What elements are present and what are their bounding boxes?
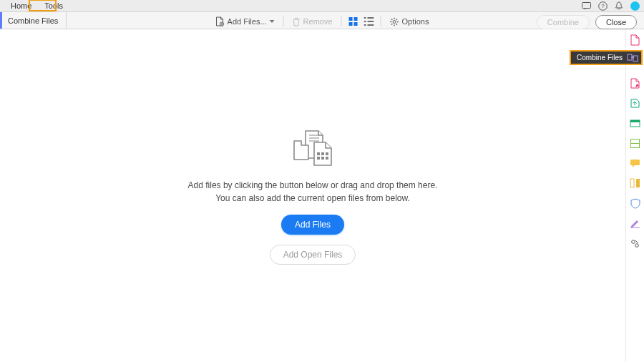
rail-organize-icon[interactable] [629,117,642,129]
tab-home[interactable]: Home [4,0,38,11]
bell-icon[interactable] [615,1,623,11]
svg-rect-12 [364,24,366,26]
help-icon[interactable]: ? [598,1,608,11]
empty-state-hint: Add files by clicking the button below o… [188,180,438,205]
title-bar-right: ? [582,1,640,11]
grid-icon [348,16,358,26]
add-files-icon [215,16,225,26]
right-tool-rail [625,29,644,362]
rail-edit-pdf-icon[interactable] [629,77,642,89]
svg-rect-6 [349,22,353,26]
doc-tab-label: Combine Files [8,16,58,25]
svg-rect-15 [317,152,320,155]
command-bar: Add Files... Remove Options [213,15,432,28]
title-bar: Home Tools ? [0,0,644,12]
title-bar-left: Home Tools [4,0,69,11]
documents-illustration-icon [284,127,341,170]
doc-tab-combine-files[interactable]: Combine Files [0,12,67,29]
svg-rect-19 [321,157,324,160]
svg-rect-7 [354,22,358,26]
rail-scan-ocr-icon[interactable] [629,137,642,150]
svg-rect-8 [364,17,366,19]
rail-compare-icon[interactable] [629,177,642,190]
main-drop-area[interactable]: Add files by clicking the button below o… [0,29,625,362]
svg-rect-0 [582,2,591,8]
command-bar-right: Combine Close [537,15,637,29]
gear-icon [390,17,399,26]
view-grid-button[interactable] [348,16,359,27]
svg-point-25 [632,240,635,243]
rail-more-tools-icon[interactable] [629,237,642,250]
add-files-label: Add Files... [228,17,267,26]
hint-line-2: You can also add the current open files … [188,192,438,205]
chat-icon[interactable] [582,2,591,10]
combine-button: Combine [537,15,590,29]
remove-button: Remove [290,16,336,28]
combine-files-icon [627,53,638,63]
rail-create-pdf-icon[interactable] [629,34,642,47]
svg-rect-17 [326,152,328,155]
svg-point-26 [635,243,639,247]
add-open-files-button[interactable]: Add Open Files [270,245,356,265]
svg-rect-24 [630,160,640,165]
add-files-menu[interactable]: Add Files... [213,15,278,28]
options-label: Options [402,17,429,26]
svg-point-14 [393,20,396,23]
svg-rect-11 [368,21,374,22]
rail-flyout-label: Combine Files [577,54,623,62]
rail-flyout-combine-files[interactable]: Combine Files [570,50,643,65]
remove-label: Remove [303,17,333,26]
view-list-button[interactable] [364,16,375,27]
separator [341,16,342,26]
separator [283,16,284,26]
hint-line-1: Add files by clicking the button below o… [188,180,438,192]
svg-rect-20 [326,157,328,160]
rail-comment-icon[interactable] [629,157,642,170]
svg-rect-4 [349,17,353,21]
list-icon [364,17,374,26]
tab-tools[interactable]: Tools [38,0,69,11]
rail-export-pdf-icon[interactable] [629,97,642,109]
svg-rect-13 [368,24,374,26]
chevron-down-icon [270,20,275,23]
close-button[interactable]: Close [595,15,637,29]
rail-protect-icon[interactable] [629,197,642,210]
avatar[interactable] [630,1,640,11]
rail-fill-sign-icon[interactable] [629,217,642,230]
svg-rect-10 [364,21,366,22]
options-button[interactable]: Options [387,16,432,28]
trash-icon [293,17,301,26]
svg-rect-22 [630,120,640,122]
add-files-button[interactable]: Add Files [281,215,344,235]
svg-rect-5 [354,17,358,21]
svg-rect-9 [368,17,374,19]
separator [381,16,381,26]
svg-rect-18 [317,157,320,160]
svg-text:?: ? [601,3,605,9]
svg-rect-16 [321,152,324,155]
